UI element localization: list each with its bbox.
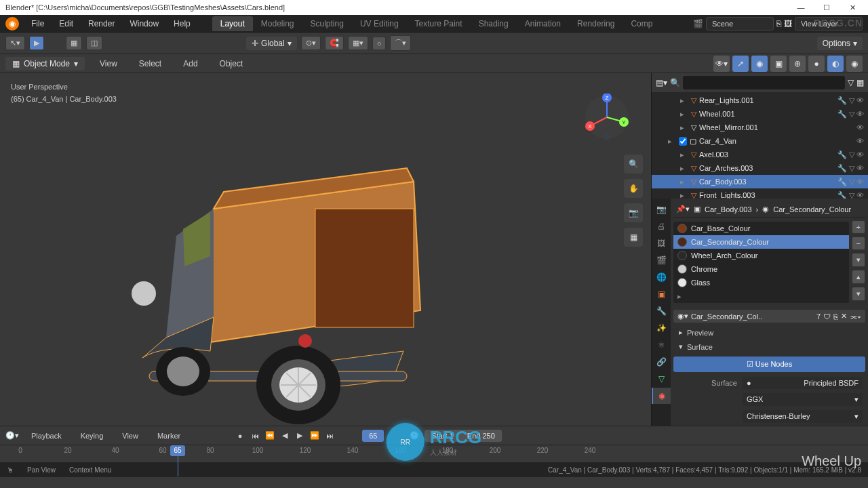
- transform-orientation[interactable]: ✛Global▾: [246, 37, 297, 50]
- material-users[interactable]: 7: [816, 312, 821, 321]
- tab-particles[interactable]: ✨: [652, 320, 671, 336]
- proportional-edit[interactable]: ○: [372, 37, 387, 50]
- tab-uv-editing[interactable]: UV Editing: [352, 16, 407, 31]
- window-menu[interactable]: Window: [123, 16, 165, 31]
- add-material-button[interactable]: +: [852, 220, 865, 234]
- pivot-dropdown[interactable]: ⊙▾: [301, 36, 321, 50]
- scene-icon[interactable]: 🎬: [693, 19, 703, 28]
- add-menu-3d[interactable]: Add: [176, 56, 204, 71]
- tab-object[interactable]: ▣: [652, 286, 671, 302]
- shading-material-icon[interactable]: ◐: [827, 56, 844, 72]
- tab-scene[interactable]: 🎬: [652, 252, 671, 268]
- material-browse-icon[interactable]: ◉▾: [677, 312, 688, 321]
- edit-menu[interactable]: Edit: [52, 16, 80, 31]
- playhead[interactable]: 65: [170, 445, 185, 456]
- outliner-item[interactable]: ▸▽Front_Lights.003🔧 ▽ 👁: [652, 188, 868, 199]
- playback-menu[interactable]: Playback: [24, 429, 68, 443]
- filter-icon[interactable]: ▽: [848, 78, 854, 87]
- 3d-viewport[interactable]: User Perspective (65) Car_4_Van | Car_Bo…: [0, 73, 651, 426]
- show-gizmo-icon[interactable]: ↗: [732, 56, 749, 72]
- new-collection-icon[interactable]: ▦: [856, 78, 864, 87]
- keying-menu[interactable]: Keying: [74, 429, 111, 443]
- tab-physics[interactable]: ⚛: [652, 337, 671, 353]
- select-menu-3d[interactable]: Select: [132, 56, 168, 71]
- material-slot[interactable]: Chrome: [673, 262, 849, 276]
- options-dropdown[interactable]: Options▾: [817, 37, 863, 50]
- shading-wire-icon[interactable]: ⊕: [789, 56, 806, 72]
- jump-end-icon[interactable]: ⏭: [323, 429, 336, 443]
- tab-output[interactable]: 🖨: [652, 218, 671, 235]
- minimize-button[interactable]: —: [791, 3, 811, 12]
- close-button[interactable]: ✕: [842, 3, 863, 12]
- tab-texture-paint[interactable]: Texture Paint: [407, 16, 471, 31]
- use-nodes-button[interactable]: ☑ Use Nodes: [673, 357, 865, 372]
- snap-target[interactable]: ▦▾: [348, 36, 368, 50]
- tab-world[interactable]: 🌐: [652, 269, 671, 285]
- shading-rendered-icon[interactable]: ◉: [846, 56, 863, 72]
- outliner-item[interactable]: ▸▽Axel.003🔧 ▽ 👁: [652, 148, 868, 161]
- tab-shading[interactable]: Shading: [471, 16, 517, 31]
- file-menu[interactable]: File: [24, 16, 51, 31]
- current-frame-input[interactable]: 65: [362, 430, 384, 442]
- xray-icon[interactable]: ▣: [770, 56, 787, 72]
- fake-user-icon[interactable]: 🛡: [823, 312, 831, 321]
- pan-tool-icon[interactable]: ✋: [624, 179, 643, 198]
- scene-new-icon[interactable]: ⎘: [776, 19, 781, 28]
- camera-view-icon[interactable]: 📷: [624, 203, 643, 222]
- tab-animation[interactable]: Animation: [517, 16, 569, 31]
- play-reverse-icon[interactable]: ◀: [278, 429, 292, 443]
- tab-sculpting[interactable]: Sculpting: [302, 16, 352, 31]
- outliner-search-input[interactable]: [683, 76, 845, 89]
- new-material-icon[interactable]: ⎘: [833, 312, 838, 321]
- zoom-tool-icon[interactable]: 🔍: [624, 155, 643, 174]
- move-up-icon[interactable]: ▴: [852, 270, 865, 284]
- tab-material[interactable]: ◉: [652, 388, 671, 404]
- surface-panel-header[interactable]: ▾Surface: [673, 340, 865, 354]
- tab-rendering[interactable]: Rendering: [569, 16, 623, 31]
- surface-shader-dropdown[interactable]: ●Principled BSDF: [743, 377, 863, 389]
- view-menu-3d[interactable]: View: [93, 56, 124, 71]
- move-down-icon[interactable]: ▾: [852, 287, 865, 301]
- timeline-view-menu[interactable]: View: [115, 429, 145, 443]
- cursor-tool[interactable]: ↖▾: [5, 36, 25, 50]
- end-frame-input[interactable]: 250: [482, 432, 494, 440]
- material-slot[interactable]: Glass: [673, 276, 849, 289]
- outliner-display-mode-icon[interactable]: ▤▾: [656, 78, 667, 87]
- overlays-icon[interactable]: ◉: [751, 56, 768, 72]
- breadcrumb-pin-icon[interactable]: 📌▾: [676, 205, 690, 214]
- tab-render[interactable]: 📷: [652, 201, 671, 218]
- navigation-gizmo[interactable]: Z X Y: [583, 94, 631, 141]
- blender-logo-icon[interactable]: ◉: [5, 17, 19, 30]
- subsurface-method-dropdown[interactable]: Christensen-Burley▾: [743, 410, 863, 423]
- select-mode-icon[interactable]: ▦: [66, 36, 82, 50]
- jump-prev-key-icon[interactable]: ⏪: [263, 429, 277, 443]
- material-specials-icon[interactable]: ▾: [852, 253, 865, 267]
- jump-next-key-icon[interactable]: ⏩: [308, 429, 321, 443]
- play-icon[interactable]: ▶: [293, 429, 307, 443]
- maximize-button[interactable]: ☐: [816, 3, 837, 12]
- tab-data[interactable]: ▽: [652, 371, 671, 387]
- remove-material-button[interactable]: −: [852, 237, 865, 250]
- material-slot[interactable]: Car_Secondary_Colour: [673, 235, 849, 249]
- material-slot[interactable]: Car_Base_Colour: [673, 222, 849, 235]
- tab-constraints[interactable]: 🔗: [652, 354, 671, 370]
- shading-solid-icon[interactable]: ●: [808, 56, 825, 72]
- tab-layout[interactable]: Layout: [212, 16, 253, 31]
- outliner-item[interactable]: ▸▽Car_Arches.003🔧 ▽ 👁: [652, 161, 868, 175]
- outliner-item[interactable]: ▸▢Car_4_Van👁: [652, 134, 868, 148]
- material-slot[interactable]: Wheel_Arch_Colour: [673, 249, 849, 262]
- object-menu-3d[interactable]: Object: [213, 56, 250, 71]
- help-menu[interactable]: Help: [167, 16, 197, 31]
- outliner-item[interactable]: ▸▽Wheel.001🔧 ▽ 👁: [652, 107, 868, 121]
- perspective-toggle-icon[interactable]: ▦: [624, 228, 643, 247]
- tab-modifiers[interactable]: 🔧: [652, 303, 671, 319]
- snap-toggle[interactable]: 🧲: [325, 36, 344, 50]
- jump-start-icon[interactable]: ⏮: [248, 429, 262, 443]
- outliner-item[interactable]: ▸▽Wheel_Mirror.001👁: [652, 121, 868, 134]
- material-name-input[interactable]: Car_Secondary_Col..: [691, 312, 814, 321]
- unlink-material-icon[interactable]: ✕: [841, 312, 847, 321]
- viewlayer-icon[interactable]: 🖼: [784, 19, 792, 28]
- mode-select[interactable]: ▦Object Mode▾: [5, 57, 85, 70]
- outliner-item[interactable]: ▸▽Car_Body.003🔧 ▽ 👁: [652, 175, 868, 188]
- timeline-editor-icon[interactable]: 🕐▾: [5, 431, 19, 440]
